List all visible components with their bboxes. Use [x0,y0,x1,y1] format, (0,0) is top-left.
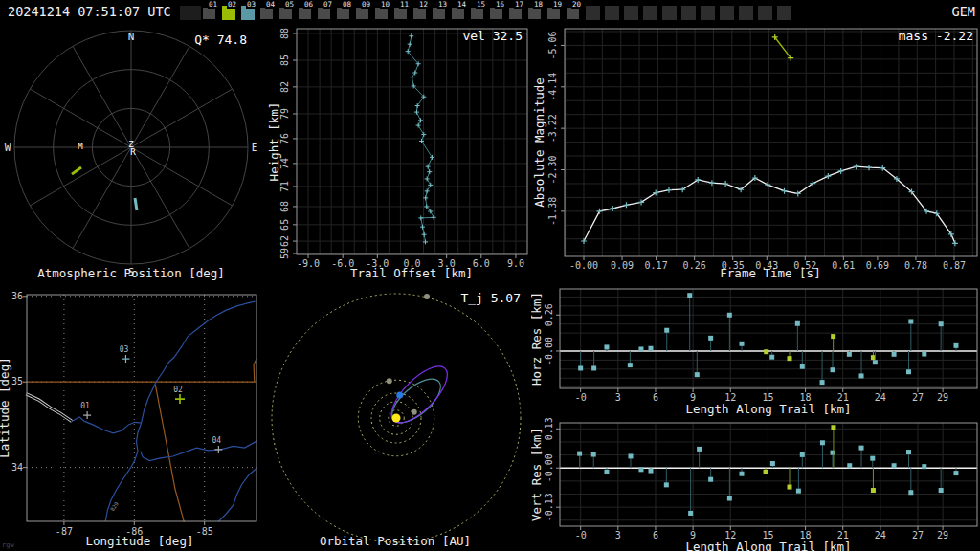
frame-box-20[interactable] [567,8,579,19]
y-tick-label: 85 [279,55,290,66]
frame-box-blank[interactable] [624,6,638,20]
frame-box-13[interactable] [433,8,445,19]
planet-dot-jupiter [424,294,430,299]
frame-box-11[interactable] [394,8,407,19]
sun-dot [392,414,401,423]
residual-point-station-03 [664,482,669,487]
residual-point-station-03 [727,313,732,318]
residual-point-station-03 [870,456,875,461]
frame-box-05[interactable] [279,8,292,19]
residual-point-station-03 [769,355,774,360]
frame-box-12[interactable] [413,8,426,19]
residual-point-station-02 [871,488,876,493]
frame-box-blank[interactable] [777,6,791,20]
y-tick-label: 59 [279,248,290,259]
residual-point-station-03 [873,360,878,364]
frame-label-03: 03 [246,1,256,9]
frame-label-06: 06 [303,1,314,9]
frame-box-blank[interactable] [662,6,677,20]
frame-label-05: 05 [284,1,295,9]
frame-box-04[interactable] [260,8,273,19]
trail-point [418,118,423,122]
frame-box-01[interactable] [203,8,215,19]
frame-box-blank[interactable] [586,6,600,20]
planet-dot-venus [412,409,417,415]
frame-box-blank[interactable] [720,6,734,20]
residual-point-station-03 [649,469,654,474]
frame-box-blank[interactable] [758,6,772,20]
residual-point-station-03 [892,352,897,357]
y-tick-label: 88 [279,28,290,39]
residual-point-station-03 [577,452,582,456]
residual-point-station-03 [906,450,911,454]
panel-trail-offset: 8885827976747168656259-9.0-6.0-3.00.03.0… [268,23,531,287]
point-lightcurve [854,164,859,169]
river [141,441,257,461]
trail-point [427,169,432,174]
point-lightcurve [723,181,728,187]
trail-point [425,188,430,193]
frame-box-19[interactable] [547,8,560,19]
frame-box-07[interactable] [318,8,330,19]
y-tick-label: 71 [279,181,290,192]
frame-box-06[interactable] [299,8,311,19]
frame-box-blank[interactable] [681,6,696,20]
river [72,417,142,433]
y-tick-label: 82 [279,81,290,93]
x-tick-label: 6.0 [473,258,490,269]
frame-box-17[interactable] [509,8,522,19]
residual-point-station-03 [695,372,700,377]
residual-point-station-03 [795,321,800,326]
y-tick-label: -3.22 [547,114,558,143]
frame-label-07: 07 [323,1,333,9]
frame-label-01: 01 [208,1,218,9]
axis-label-x: Length Along Trail [km] [685,402,851,416]
residual-point-station-03 [908,490,913,495]
frame-box-10[interactable] [375,8,388,19]
y-tick-label: 68 [279,201,290,212]
frame-box-blank[interactable] [739,6,753,20]
frame-box-18[interactable] [528,8,541,19]
series-saturated [775,37,791,58]
x-tick-label: -0 [575,530,587,540]
frame-box-blank[interactable] [643,6,657,20]
frame-box-blank[interactable] [605,6,619,20]
point-lightcurve [765,182,770,187]
panel-atmospheric-position: NESWZRMQ* 74.8Atmospheric Position [deg] [0,23,268,287]
frame-box-blank[interactable] [701,6,715,20]
y-tick-label: 36 [11,291,23,301]
frame-box-16[interactable] [490,8,502,19]
axis-label-y: Height [km] [268,102,281,182]
residual-point-station-02 [787,356,791,361]
point-lightcurve [596,209,602,214]
y-tick-label: -2.30 [547,155,558,184]
residual-point-station-03 [831,367,835,372]
residual-point-station-03 [687,293,692,298]
frame-box-current[interactable] [180,6,201,20]
trail-point [409,33,413,38]
frame-box-09[interactable] [356,8,368,19]
frame-box-08[interactable] [337,8,349,19]
y-tick-label: 35 [11,376,23,386]
river [142,301,256,423]
panel-light-curve: -5.06-4.14-3.22-2.30-1.38-0.000.090.170.… [531,23,980,287]
station-label-04: 04 [212,436,222,445]
frame-label-19: 19 [552,1,563,9]
x-tick-label: 3 [615,530,621,540]
frame-box-15[interactable] [471,8,483,19]
residual-point-station-03 [727,496,732,501]
frame-box-14[interactable] [452,8,464,19]
residual-point-station-03 [922,464,926,469]
frame-label-11: 11 [399,1,410,9]
station-marker-03 [122,355,129,363]
meteor-trail-03 [135,198,137,210]
plot-border [27,295,256,521]
meteor-trail-02 [72,167,81,174]
planet-dot-earth [396,392,403,399]
residual-point-station-03 [908,319,913,323]
axis-label-x: Orbital Position [AU] [320,534,471,548]
station-marker-04 [214,446,222,453]
point-lightcurve [666,187,672,193]
x-tick-label: 6 [653,392,658,403]
point-lightcurve [623,202,629,208]
